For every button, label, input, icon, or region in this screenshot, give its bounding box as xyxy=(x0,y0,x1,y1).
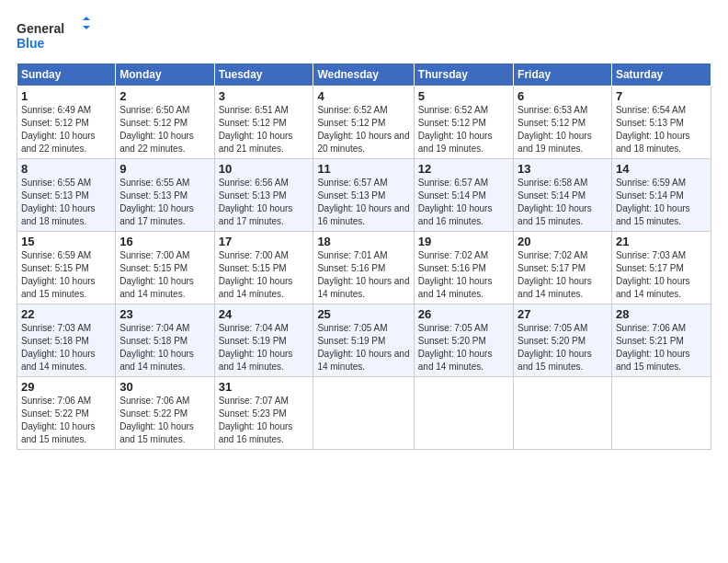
day-info: Sunrise: 6:58 AM Sunset: 5:14 PM Dayligh… xyxy=(518,177,608,228)
day-info: Sunrise: 6:50 AM Sunset: 5:12 PM Dayligh… xyxy=(119,104,210,155)
calendar-cell: 13 Sunrise: 6:58 AM Sunset: 5:14 PM Dayl… xyxy=(514,159,612,232)
day-info: Sunrise: 6:52 AM Sunset: 5:12 PM Dayligh… xyxy=(418,104,509,155)
day-info: Sunrise: 7:05 AM Sunset: 5:20 PM Dayligh… xyxy=(418,322,509,373)
calendar-cell: 5 Sunrise: 6:52 AM Sunset: 5:12 PM Dayli… xyxy=(414,86,513,159)
day-info: Sunrise: 7:02 AM Sunset: 5:16 PM Dayligh… xyxy=(418,249,509,301)
day-number: 25 xyxy=(317,307,409,321)
calendar-cell: 17 Sunrise: 7:00 AM Sunset: 5:15 PM Dayl… xyxy=(214,232,313,304)
day-info: Sunrise: 6:55 AM Sunset: 5:13 PM Dayligh… xyxy=(119,177,210,228)
calendar-cell: 31 Sunrise: 7:07 AM Sunset: 5:23 PM Dayl… xyxy=(214,377,313,450)
calendar-cell: 23 Sunrise: 7:04 AM Sunset: 5:18 PM Dayl… xyxy=(116,304,214,377)
weekday-header-sunday: Sunday xyxy=(17,63,116,86)
svg-text:General: General xyxy=(17,21,64,36)
weekday-header-friday: Friday xyxy=(514,63,612,86)
day-info: Sunrise: 7:01 AM Sunset: 5:16 PM Dayligh… xyxy=(317,249,409,301)
day-info: Sunrise: 6:57 AM Sunset: 5:14 PM Dayligh… xyxy=(418,177,509,228)
day-info: Sunrise: 6:59 AM Sunset: 5:15 PM Dayligh… xyxy=(21,249,111,301)
day-number: 28 xyxy=(616,307,707,321)
day-info: Sunrise: 7:03 AM Sunset: 5:18 PM Dayligh… xyxy=(21,322,111,373)
day-info: Sunrise: 7:06 AM Sunset: 5:21 PM Dayligh… xyxy=(616,322,707,373)
day-number: 24 xyxy=(219,307,310,321)
day-info: Sunrise: 6:57 AM Sunset: 5:13 PM Dayligh… xyxy=(317,177,409,228)
day-number: 12 xyxy=(418,162,509,176)
day-number: 1 xyxy=(21,89,111,103)
day-number: 9 xyxy=(119,162,210,176)
day-info: Sunrise: 7:05 AM Sunset: 5:20 PM Dayligh… xyxy=(518,322,608,373)
calendar-cell: 20 Sunrise: 7:02 AM Sunset: 5:17 PM Dayl… xyxy=(514,232,612,304)
calendar-cell: 11 Sunrise: 6:57 AM Sunset: 5:13 PM Dayl… xyxy=(313,159,414,232)
weekday-header-saturday: Saturday xyxy=(611,63,711,86)
calendar-cell: 12 Sunrise: 6:57 AM Sunset: 5:14 PM Dayl… xyxy=(414,159,513,232)
calendar-cell: 8 Sunrise: 6:55 AM Sunset: 5:13 PM Dayli… xyxy=(17,159,116,232)
calendar-cell: 10 Sunrise: 6:56 AM Sunset: 5:13 PM Dayl… xyxy=(214,159,313,232)
day-number: 16 xyxy=(119,235,210,248)
day-info: Sunrise: 6:54 AM Sunset: 5:13 PM Dayligh… xyxy=(616,104,707,155)
day-number: 3 xyxy=(219,89,310,103)
calendar-cell: 29 Sunrise: 7:06 AM Sunset: 5:22 PM Dayl… xyxy=(17,377,116,450)
day-number: 6 xyxy=(518,89,608,103)
day-number: 31 xyxy=(219,380,310,394)
day-info: Sunrise: 7:04 AM Sunset: 5:19 PM Dayligh… xyxy=(219,322,310,373)
calendar-table: SundayMondayTuesdayWednesdayThursdayFrid… xyxy=(17,63,711,450)
day-number: 17 xyxy=(219,235,310,248)
page: General Blue SundayMondayTuesdayWednesda… xyxy=(0,0,728,563)
day-number: 11 xyxy=(317,162,409,176)
day-info: Sunrise: 7:04 AM Sunset: 5:18 PM Dayligh… xyxy=(119,322,210,373)
weekday-header-row: SundayMondayTuesdayWednesdayThursdayFrid… xyxy=(17,63,711,86)
header: General Blue xyxy=(17,17,711,53)
day-info: Sunrise: 6:49 AM Sunset: 5:12 PM Dayligh… xyxy=(21,104,111,155)
day-number: 20 xyxy=(518,235,608,248)
weekday-header-monday: Monday xyxy=(116,63,214,86)
day-number: 8 xyxy=(21,162,111,176)
week-row-1: 1 Sunrise: 6:49 AM Sunset: 5:12 PM Dayli… xyxy=(17,86,711,159)
svg-text:Blue: Blue xyxy=(17,36,45,51)
calendar-cell: 25 Sunrise: 7:05 AM Sunset: 5:19 PM Dayl… xyxy=(313,304,414,377)
day-info: Sunrise: 6:52 AM Sunset: 5:12 PM Dayligh… xyxy=(317,104,409,155)
day-info: Sunrise: 6:55 AM Sunset: 5:13 PM Dayligh… xyxy=(21,177,111,228)
svg-marker-3 xyxy=(83,26,90,29)
day-info: Sunrise: 7:03 AM Sunset: 5:17 PM Dayligh… xyxy=(616,249,707,301)
calendar-cell: 30 Sunrise: 7:06 AM Sunset: 5:22 PM Dayl… xyxy=(116,377,214,450)
logo: General Blue xyxy=(17,17,90,53)
day-number: 19 xyxy=(418,235,509,248)
day-info: Sunrise: 7:07 AM Sunset: 5:23 PM Dayligh… xyxy=(219,395,310,446)
calendar-cell: 19 Sunrise: 7:02 AM Sunset: 5:16 PM Dayl… xyxy=(414,232,513,304)
day-info: Sunrise: 6:59 AM Sunset: 5:14 PM Dayligh… xyxy=(616,177,707,228)
day-number: 21 xyxy=(616,235,707,248)
day-number: 5 xyxy=(418,89,509,103)
calendar-cell: 18 Sunrise: 7:01 AM Sunset: 5:16 PM Dayl… xyxy=(313,232,414,304)
week-row-2: 8 Sunrise: 6:55 AM Sunset: 5:13 PM Dayli… xyxy=(17,159,711,232)
day-number: 23 xyxy=(119,307,210,321)
calendar-cell: 16 Sunrise: 7:00 AM Sunset: 5:15 PM Dayl… xyxy=(116,232,214,304)
calendar-cell: 3 Sunrise: 6:51 AM Sunset: 5:12 PM Dayli… xyxy=(214,86,313,159)
week-row-5: 29 Sunrise: 7:06 AM Sunset: 5:22 PM Dayl… xyxy=(17,377,711,450)
day-info: Sunrise: 6:56 AM Sunset: 5:13 PM Dayligh… xyxy=(219,177,310,228)
calendar-cell xyxy=(611,377,711,450)
day-number: 14 xyxy=(616,162,707,176)
calendar-cell: 7 Sunrise: 6:54 AM Sunset: 5:13 PM Dayli… xyxy=(611,86,711,159)
weekday-header-tuesday: Tuesday xyxy=(214,63,313,86)
calendar-cell: 1 Sunrise: 6:49 AM Sunset: 5:12 PM Dayli… xyxy=(17,86,116,159)
day-number: 7 xyxy=(616,89,707,103)
day-number: 10 xyxy=(219,162,310,176)
logo-svg: General Blue xyxy=(17,17,90,53)
day-number: 22 xyxy=(21,307,111,321)
calendar-cell: 15 Sunrise: 6:59 AM Sunset: 5:15 PM Dayl… xyxy=(17,232,116,304)
day-info: Sunrise: 6:51 AM Sunset: 5:12 PM Dayligh… xyxy=(219,104,310,155)
calendar-cell: 21 Sunrise: 7:03 AM Sunset: 5:17 PM Dayl… xyxy=(611,232,711,304)
calendar-cell: 26 Sunrise: 7:05 AM Sunset: 5:20 PM Dayl… xyxy=(414,304,513,377)
day-info: Sunrise: 7:02 AM Sunset: 5:17 PM Dayligh… xyxy=(518,249,608,301)
day-number: 13 xyxy=(518,162,608,176)
day-info: Sunrise: 7:00 AM Sunset: 5:15 PM Dayligh… xyxy=(219,249,310,301)
svg-marker-2 xyxy=(83,17,90,20)
calendar-cell: 24 Sunrise: 7:04 AM Sunset: 5:19 PM Dayl… xyxy=(214,304,313,377)
calendar-cell: 22 Sunrise: 7:03 AM Sunset: 5:18 PM Dayl… xyxy=(17,304,116,377)
day-number: 30 xyxy=(119,380,210,394)
calendar-cell: 4 Sunrise: 6:52 AM Sunset: 5:12 PM Dayli… xyxy=(313,86,414,159)
day-number: 15 xyxy=(21,235,111,248)
weekday-header-wednesday: Wednesday xyxy=(313,63,414,86)
calendar-cell: 28 Sunrise: 7:06 AM Sunset: 5:21 PM Dayl… xyxy=(611,304,711,377)
day-number: 26 xyxy=(418,307,509,321)
week-row-4: 22 Sunrise: 7:03 AM Sunset: 5:18 PM Dayl… xyxy=(17,304,711,377)
day-number: 18 xyxy=(317,235,409,248)
